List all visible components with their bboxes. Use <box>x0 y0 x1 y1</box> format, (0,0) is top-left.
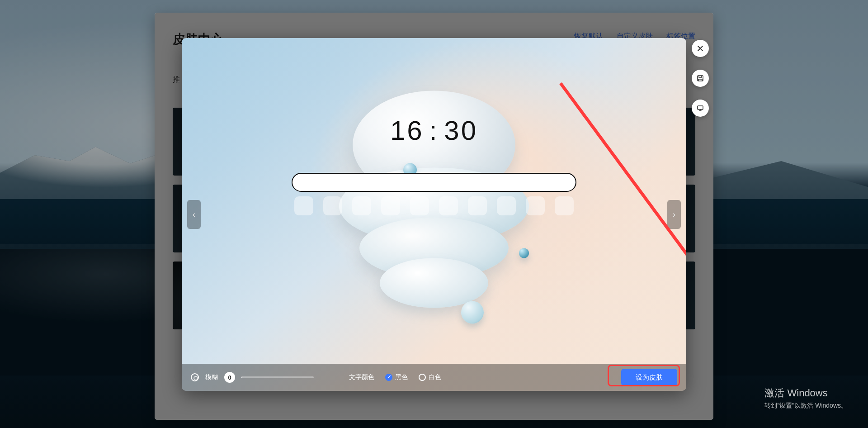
svg-line-0 <box>561 83 686 391</box>
preview-shortcut <box>439 196 458 215</box>
preview-shortcut <box>352 196 371 215</box>
blur-icon <box>191 373 199 381</box>
blur-value-badge: 0 <box>224 372 235 383</box>
text-color-white-radio[interactable]: 白色 <box>419 373 441 381</box>
blur-slider[interactable] <box>241 376 314 378</box>
art-ball <box>461 301 484 323</box>
preview-shortcut <box>294 196 313 215</box>
close-dialog-button[interactable] <box>692 40 709 57</box>
carousel-next-button[interactable]: › <box>667 200 681 229</box>
watermark-line1: 激活 Windows <box>764 386 847 400</box>
preview-shortcut <box>468 196 487 215</box>
text-color-label: 文字颜色 <box>349 373 374 381</box>
apply-skin-button[interactable]: 设为皮肤 <box>621 369 677 386</box>
preview-shortcut-row <box>294 196 574 215</box>
art-ball <box>519 248 529 258</box>
preview-bottom-bar: 模糊 0 文字颜色 黑色 白色 设为皮肤 <box>182 364 686 391</box>
preview-shortcut <box>410 196 429 215</box>
radio-unchecked-icon <box>419 374 426 381</box>
blur-label: 模糊 <box>205 373 218 381</box>
radio-label: 黑色 <box>395 373 408 381</box>
chevron-right-icon: › <box>673 210 675 219</box>
clock-hours: 16 <box>390 115 424 146</box>
carousel-prev-button[interactable]: ‹ <box>187 200 201 229</box>
text-color-black-radio[interactable]: 黑色 <box>385 373 408 381</box>
windows-activation-watermark: 激活 Windows 转到"设置"以激活 Windows。 <box>764 386 847 410</box>
preview-shortcut <box>555 196 574 215</box>
preview-shortcut <box>497 196 516 215</box>
art-disc <box>380 258 488 308</box>
clock-separator: : <box>424 115 444 146</box>
radio-checked-icon <box>385 374 392 381</box>
close-icon <box>697 45 704 52</box>
chevron-left-icon: ‹ <box>193 210 195 219</box>
preview-shortcut <box>323 196 342 215</box>
preview-clock: 16:30 <box>390 115 478 146</box>
set-desktop-button[interactable] <box>692 100 709 117</box>
clock-minutes: 30 <box>444 115 478 146</box>
preview-search-bar <box>292 173 576 192</box>
preview-shortcut <box>526 196 545 215</box>
save-skin-button[interactable] <box>692 70 709 87</box>
skin-preview-dialog: 16:30 ‹ › 模糊 0 文字颜色 黑色 白色 <box>182 38 686 391</box>
svg-rect-2 <box>698 106 703 109</box>
desktop-icon <box>697 105 704 112</box>
save-icon <box>697 75 704 82</box>
dialog-fab-column <box>692 40 709 117</box>
preview-shortcut <box>381 196 400 215</box>
watermark-line2: 转到"设置"以激活 Windows。 <box>764 402 847 410</box>
radio-label: 白色 <box>429 373 441 381</box>
